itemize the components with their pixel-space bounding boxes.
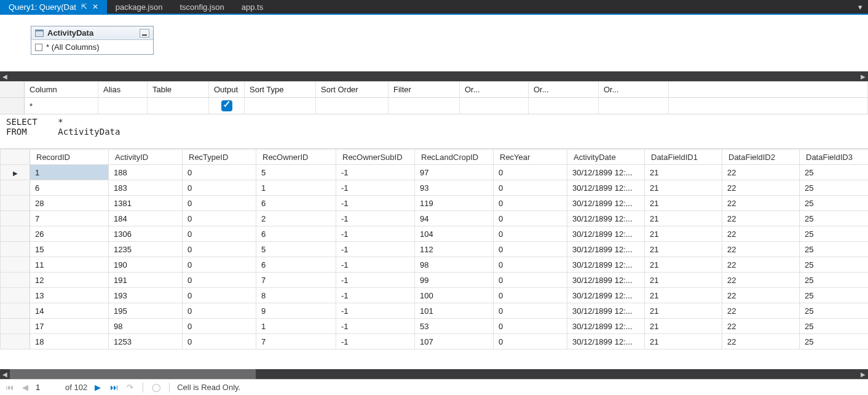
cell[interactable]: 0	[183, 180, 256, 196]
cell[interactable]: -1	[336, 242, 415, 257]
cell[interactable]: 0	[494, 288, 567, 303]
table-widget-header[interactable]: ActivityData	[31, 26, 153, 40]
cell[interactable]: 11	[30, 257, 109, 273]
cell[interactable]: 21	[645, 242, 722, 257]
cell[interactable]: 0	[494, 196, 567, 211]
tab-overflow-dropdown[interactable]: ▾	[852, 0, 868, 14]
nav-last-button[interactable]: ⏭	[108, 382, 119, 393]
table-row[interactable]: 28138106-1119030/12/1899 12:...212225	[1, 196, 869, 211]
criteria-cell-alias[interactable]	[98, 98, 148, 114]
row-selector[interactable]	[1, 303, 30, 319]
cell[interactable]: 0	[494, 180, 567, 196]
cell[interactable]: -1	[336, 334, 415, 349]
cell[interactable]: 30/12/1899 12:...	[567, 242, 645, 257]
tab-tsconfig-json[interactable]: tsconfig.json	[171, 0, 232, 14]
cell[interactable]: 22	[722, 257, 800, 273]
cell[interactable]: 14	[30, 303, 109, 319]
cell[interactable]: 193	[109, 288, 183, 303]
results-rowheader-corner[interactable]	[1, 150, 30, 165]
results-col-header[interactable]: ActivityID	[109, 150, 183, 165]
criteria-col-output[interactable]: Output	[209, 82, 245, 97]
cell[interactable]: 7	[256, 334, 336, 349]
cell[interactable]: 30/12/1899 12:...	[567, 288, 645, 303]
nav-stop-button[interactable]: ◯	[151, 382, 162, 393]
cell[interactable]: 22	[722, 165, 800, 180]
cell[interactable]: 0	[494, 165, 567, 180]
criteria-col-or2[interactable]: Or...	[529, 82, 599, 97]
cell[interactable]: 25	[800, 303, 869, 319]
cell[interactable]: 98	[415, 257, 494, 273]
cell[interactable]: 5	[256, 242, 336, 257]
cell[interactable]: 6	[30, 180, 109, 196]
cell[interactable]: 17	[30, 319, 109, 334]
cell[interactable]: 26	[30, 226, 109, 242]
cell[interactable]: 0	[183, 196, 256, 211]
cell[interactable]: 22	[722, 319, 800, 334]
cell[interactable]: 21	[645, 273, 722, 288]
close-icon[interactable]: ✕	[92, 2, 98, 11]
minimize-icon[interactable]	[140, 29, 149, 38]
cell[interactable]: 0	[183, 257, 256, 273]
cell[interactable]: 0	[183, 226, 256, 242]
cell[interactable]: 104	[415, 226, 494, 242]
cell[interactable]: 18	[30, 334, 109, 349]
cell[interactable]: -1	[336, 319, 415, 334]
cell[interactable]: 1306	[109, 226, 183, 242]
scrollbar-thumb[interactable]	[10, 369, 256, 379]
cell[interactable]: 28	[30, 196, 109, 211]
table-row[interactable]: 15123505-1112030/12/1899 12:...212225	[1, 242, 869, 257]
cell[interactable]: 98	[109, 319, 183, 334]
cell[interactable]: 0	[494, 319, 567, 334]
table-row[interactable]: 118805-197030/12/1899 12:...212225	[1, 165, 869, 180]
diagram-pane[interactable]: ActivityData * (All Columns)	[0, 15, 868, 71]
cell[interactable]: 22	[722, 180, 800, 196]
cell[interactable]: 5	[256, 165, 336, 180]
results-scroll[interactable]: RecordID ActivityID RecTypeID RecOwnerID…	[0, 149, 868, 369]
cell[interactable]: 0	[183, 334, 256, 349]
cell[interactable]: 0	[494, 257, 567, 273]
cell[interactable]: 25	[800, 288, 869, 303]
results-col-header[interactable]: ActivityDate	[567, 150, 645, 165]
cell[interactable]: 30/12/1899 12:...	[567, 257, 645, 273]
cell[interactable]: 25	[800, 334, 869, 349]
cell[interactable]: 1	[256, 319, 336, 334]
cell[interactable]: -1	[336, 257, 415, 273]
cell[interactable]: 30/12/1899 12:...	[567, 303, 645, 319]
row-selector[interactable]	[1, 165, 30, 180]
cell[interactable]: 22	[722, 303, 800, 319]
cell[interactable]: 100	[415, 288, 494, 303]
cell[interactable]: 21	[645, 165, 722, 180]
criteria-cell-sorttype[interactable]	[245, 98, 316, 114]
cell[interactable]: 112	[415, 242, 494, 257]
cell[interactable]: 6	[256, 196, 336, 211]
nav-next-button[interactable]: ▶	[92, 382, 103, 393]
cell[interactable]: 6	[256, 257, 336, 273]
cell[interactable]: 190	[109, 257, 183, 273]
cell[interactable]: -1	[336, 165, 415, 180]
criteria-col-sortorder[interactable]: Sort Order	[316, 82, 389, 97]
table-row[interactable]: 179801-153030/12/1899 12:...212225	[1, 319, 869, 334]
cell[interactable]: 99	[415, 273, 494, 288]
nav-position-input[interactable]	[36, 383, 60, 392]
cell[interactable]: 25	[800, 319, 869, 334]
cell[interactable]: -1	[336, 196, 415, 211]
cell[interactable]: -1	[336, 211, 415, 226]
results-hscrollbar[interactable]: ◀ ▶	[0, 369, 868, 379]
cell[interactable]: 195	[109, 303, 183, 319]
cell[interactable]: 25	[800, 165, 869, 180]
results-col-header[interactable]: RecTypeID	[183, 150, 256, 165]
cell[interactable]: 30/12/1899 12:...	[567, 334, 645, 349]
cell[interactable]: 0	[183, 288, 256, 303]
cell[interactable]: 0	[494, 334, 567, 349]
criteria-col-table[interactable]: Table	[148, 82, 209, 97]
results-col-header[interactable]: DataFieldID3	[800, 150, 869, 165]
pin-icon[interactable]: ⇱	[81, 2, 87, 11]
cell[interactable]: -1	[336, 226, 415, 242]
table-row[interactable]: 1419509-1101030/12/1899 12:...212225	[1, 303, 869, 319]
tab-package-json[interactable]: package.json	[107, 0, 172, 14]
cell[interactable]: 191	[109, 273, 183, 288]
cell[interactable]: 30/12/1899 12:...	[567, 165, 645, 180]
criteria-col-column[interactable]: Column	[25, 82, 98, 97]
results-col-header[interactable]: DataFieldID2	[722, 150, 800, 165]
cell[interactable]: 53	[415, 319, 494, 334]
